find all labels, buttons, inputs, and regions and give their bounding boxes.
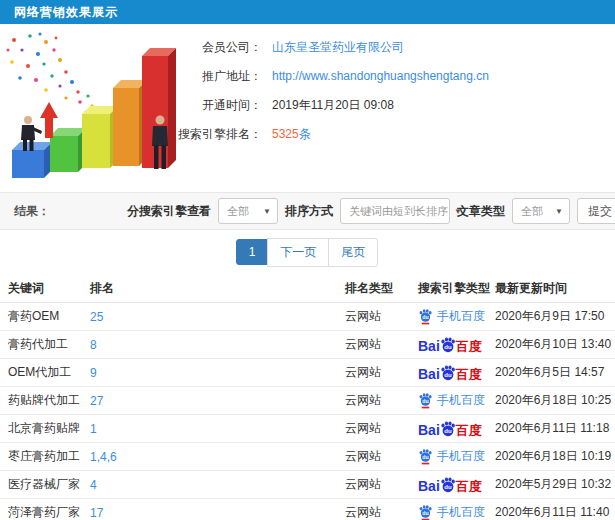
info-row-site: 推广地址： http://www.shandonghuangshengtang.…	[190, 63, 615, 89]
article-filter-label: 文章类型	[457, 203, 505, 220]
engine-filter-label: 分搜索引擎查看	[127, 203, 211, 220]
header-rank: 排名	[90, 280, 345, 297]
growth-chart-illustration	[0, 28, 190, 190]
svg-text:du: du	[444, 428, 452, 434]
rank-count-unit: 条	[299, 127, 311, 141]
engine-filter-value: 全部	[227, 204, 257, 219]
table-row: 枣庄膏药加工 1,4,6 云网站 du 手机百度 Bai	[0, 443, 615, 471]
rank-type-cell: 云网站	[345, 504, 412, 520]
bar-yellow	[82, 106, 118, 168]
engine-cell: du 手机百度 Bai du 百度	[412, 477, 493, 493]
table-body: 膏药OEM 25 云网站 du 手机百度 Bai	[0, 303, 615, 520]
rank-link[interactable]: 1,4,6	[90, 450, 117, 464]
mobile-baidu-label: 手机百度	[437, 308, 485, 325]
updated-cell: 2020年6月10日 13:40	[493, 336, 615, 353]
keyword-cell: OEM代加工	[8, 364, 90, 381]
table-row: 菏泽膏药厂家 17 云网站 du 手机百度 Bai	[0, 499, 615, 520]
baidu-han-text: 百度	[456, 368, 482, 381]
table-row: 北京膏药贴牌 1 云网站 du 手机百度 Bai	[0, 415, 615, 443]
site-link[interactable]: http://www.shandonghuangshengtang.cn	[272, 69, 489, 83]
baidu-logo: Bai du 百度	[418, 337, 482, 353]
baidu-logo: Bai du 百度	[418, 365, 482, 381]
baidu-paw-icon: du	[418, 392, 433, 409]
site-label: 推广地址：	[190, 68, 262, 85]
svg-text:du: du	[422, 398, 428, 404]
baidu-han-text: 百度	[456, 424, 482, 437]
keyword-cell: 膏药代加工	[8, 336, 90, 353]
engine-cell: du 手机百度 Bai du 百度	[412, 421, 493, 437]
pagination: 1 下一页 尾页	[0, 230, 615, 274]
bar-green	[50, 128, 86, 172]
baidu-paw-icon: du	[440, 365, 456, 381]
baidu-bai-text: Bai	[418, 423, 440, 437]
updated-cell: 2020年6月18日 10:25	[493, 392, 615, 409]
updated-cell: 2020年6月18日 10:19	[493, 448, 615, 465]
engine-filter-select[interactable]: 全部 ▼	[218, 198, 278, 224]
info-row-company: 会员公司： 山东皇圣堂药业有限公司	[190, 34, 615, 60]
company-label: 会员公司：	[190, 39, 262, 56]
table-row: 膏药代加工 8 云网站 du 手机百度 Bai	[0, 331, 615, 359]
sort-filter-value: 关键词由短到长排序	[349, 204, 448, 219]
keyword-cell: 药贴牌代加工	[8, 392, 90, 409]
svg-text:du: du	[444, 372, 452, 378]
baidu-paw-icon: du	[418, 448, 433, 465]
baidu-paw-icon: du	[418, 504, 433, 520]
header-engine: 搜索引擎类型	[412, 280, 493, 297]
next-page-button[interactable]: 下一页	[267, 238, 329, 267]
engine-cell: du 手机百度 Bai du 百度	[412, 308, 493, 325]
bar-red	[142, 48, 176, 168]
rank-link[interactable]: 27	[90, 394, 103, 408]
filter-bar: 结果： 分搜索引擎查看 全部 ▼ 排序方式 关键词由短到长排序 ▼ 文章类型 全…	[0, 192, 615, 230]
rank-link[interactable]: 25	[90, 310, 103, 324]
baidu-logo: Bai du 百度	[418, 477, 482, 493]
rank-link[interactable]: 9	[90, 366, 97, 380]
keyword-cell: 膏药OEM	[8, 308, 90, 325]
mobile-baidu-logo: du 手机百度	[418, 308, 485, 325]
article-filter-select[interactable]: 全部 ▼	[512, 198, 570, 224]
baidu-han-text: 百度	[456, 340, 482, 353]
engine-cell: du 手机百度 Bai du 百度	[412, 448, 493, 465]
company-link[interactable]: 山东皇圣堂药业有限公司	[272, 39, 404, 56]
mobile-baidu-label: 手机百度	[437, 448, 485, 465]
baidu-bai-text: Bai	[418, 339, 440, 353]
rank-type-cell: 云网站	[345, 336, 412, 353]
baidu-bai-text: Bai	[418, 479, 440, 493]
baidu-logo: Bai du 百度	[418, 421, 482, 437]
info-row-rank-count: 搜索引擎排名： 5325条	[190, 121, 615, 147]
baidu-paw-icon: du	[440, 337, 456, 353]
results-table: 关键词 排名 排名类型 搜索引擎类型 最新更新时间 膏药OEM 25 云网站 d…	[0, 274, 615, 520]
engine-cell: du 手机百度 Bai du 百度	[412, 365, 493, 381]
svg-text:du: du	[444, 344, 452, 350]
chevron-down-icon: ▼	[263, 207, 271, 216]
page-1-button[interactable]: 1	[236, 239, 269, 265]
rank-count-label: 搜索引擎排名：	[176, 126, 262, 143]
svg-text:du: du	[422, 510, 428, 516]
rank-link[interactable]: 17	[90, 506, 103, 520]
svg-text:du: du	[444, 484, 452, 490]
opened-label: 开通时间：	[190, 97, 262, 114]
sort-filter-select[interactable]: 关键词由短到长排序 ▼	[340, 198, 450, 224]
opened-value: 2019年11月20日 09:08	[272, 97, 394, 114]
header-keyword: 关键词	[8, 280, 90, 297]
submit-button[interactable]: 提交	[577, 198, 615, 224]
rank-link[interactable]: 8	[90, 338, 97, 352]
keyword-cell: 菏泽膏药厂家	[8, 504, 90, 520]
keyword-cell: 北京膏药贴牌	[8, 420, 90, 437]
svg-text:du: du	[422, 314, 428, 320]
hero-section: 会员公司： 山东皇圣堂药业有限公司 推广地址： http://www.shand…	[0, 24, 615, 192]
baidu-han-text: 百度	[456, 480, 482, 493]
table-header-row: 关键词 排名 排名类型 搜索引擎类型 最新更新时间	[0, 274, 615, 303]
svg-text:du: du	[422, 454, 428, 460]
rank-link[interactable]: 4	[90, 478, 97, 492]
baidu-paw-icon: du	[440, 477, 456, 493]
baidu-paw-icon: du	[418, 308, 433, 325]
last-page-button[interactable]: 尾页	[328, 238, 378, 267]
engine-cell: du 手机百度 Bai du 百度	[412, 392, 493, 409]
sort-filter-label: 排序方式	[285, 203, 333, 220]
rank-link[interactable]: 1	[90, 422, 97, 436]
marketing-report-page: 网络营销效果展示	[0, 0, 615, 520]
baidu-paw-icon: du	[440, 421, 456, 437]
baidu-bai-text: Bai	[418, 367, 440, 381]
mobile-baidu-label: 手机百度	[437, 392, 485, 409]
rank-type-cell: 云网站	[345, 448, 412, 465]
